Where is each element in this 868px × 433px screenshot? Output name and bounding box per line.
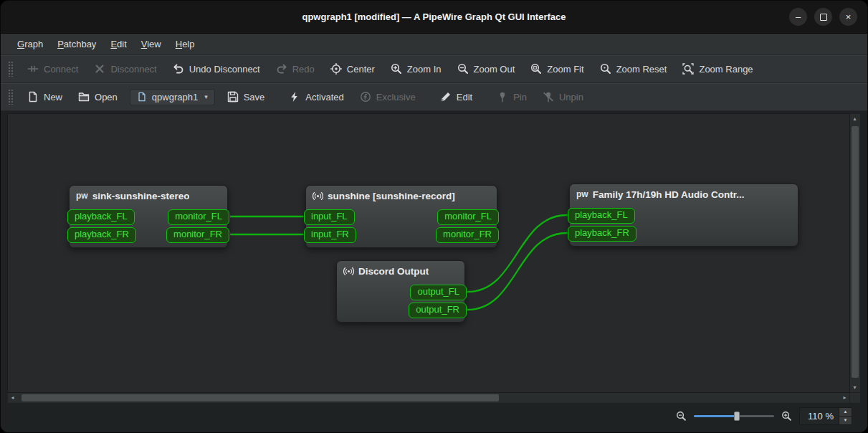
exclusive-button[interactable]: Exclusive <box>352 87 424 106</box>
open-label: Open <box>95 92 118 103</box>
edit-pencil-icon <box>440 91 452 103</box>
menu-patchbay[interactable]: Patchbay <box>51 36 102 52</box>
new-label: New <box>44 92 62 103</box>
zoom-decrease-button[interactable]: ▼ <box>839 417 852 424</box>
zoom-reset-label: Zoom Reset <box>616 64 667 75</box>
port-monitor-fl[interactable]: monitor_FL <box>437 209 499 225</box>
caret-down-icon: ▾ <box>204 93 208 100</box>
zoom-range-label: Zoom Range <box>699 64 753 75</box>
connection-wires <box>8 114 849 392</box>
vertical-scrollbar[interactable]: ▴ ▾ <box>850 113 861 393</box>
unpin-label: Unpin <box>559 92 583 103</box>
redo-icon <box>276 63 287 75</box>
menubar: Graph Patchbay Edit View Help <box>1 34 867 55</box>
center-label: Center <box>347 64 375 75</box>
zoom-slider-min-icon <box>676 411 687 422</box>
window-controls: – × <box>789 1 857 33</box>
vertical-scroll-track[interactable] <box>850 123 860 383</box>
node-sunshine-record[interactable]: sunshine [sunshine-record] input_FL inpu… <box>305 185 497 248</box>
scroll-up-button[interactable]: ▴ <box>850 114 859 123</box>
horizontal-scroll-thumb[interactable] <box>22 394 499 401</box>
left-arrow-icon: ◂ <box>11 395 14 401</box>
zoom-out-button[interactable]: Zoom Out <box>449 60 523 78</box>
save-icon <box>227 91 239 103</box>
undo-disconnect-label: Undo Disconnect <box>189 64 260 75</box>
connect-button[interactable]: Connect <box>19 60 86 78</box>
zoom-spin-buttons: ▲ ▼ <box>839 408 852 424</box>
open-folder-icon <box>78 91 90 103</box>
zoom-reset-icon <box>600 63 611 75</box>
menu-graph[interactable]: Graph <box>11 36 49 52</box>
menu-view[interactable]: View <box>135 36 168 52</box>
zoom-increase-button[interactable]: ▲ <box>839 408 852 417</box>
maximize-icon <box>820 14 827 21</box>
statusbar: 110 % ▲ ▼ <box>7 404 861 428</box>
zoom-in-button[interactable]: Zoom In <box>383 60 449 78</box>
port-output-fl[interactable]: output_FL <box>410 285 467 300</box>
spin-up-icon: ▲ <box>844 409 848 414</box>
zoom-range-button[interactable]: Zoom Range <box>674 60 760 78</box>
port-monitor-fr[interactable]: monitor_FR <box>436 227 499 243</box>
port-playback-fl[interactable]: playback_FL <box>568 208 635 224</box>
pipewire-icon: pw <box>576 189 588 199</box>
port-playback-fr[interactable]: playback_FR <box>67 227 136 243</box>
node-header: pw sink-sunshine-stereo <box>70 186 227 206</box>
session-file-icon <box>137 92 147 102</box>
zoom-slider[interactable] <box>694 411 774 421</box>
toolbar-drag-handle[interactable] <box>8 89 14 105</box>
port-playback-fl[interactable]: playback_FL <box>67 209 135 225</box>
node-header: pw Family 17h/19h HD Audio Contr... <box>570 184 798 204</box>
zoom-spinbox[interactable]: 110 % ▲ ▼ <box>799 407 852 425</box>
unpin-button[interactable]: Unpin <box>535 87 591 106</box>
center-button[interactable]: Center <box>323 60 383 78</box>
zoom-fit-button[interactable]: Zoom Fit <box>523 60 591 78</box>
horizontal-scrollbar[interactable]: ◂ ▸ <box>7 393 850 404</box>
disconnect-button[interactable]: Disconnect <box>86 60 164 78</box>
new-file-icon <box>27 91 39 103</box>
scroll-down-button[interactable]: ▾ <box>850 383 859 392</box>
port-input-fr[interactable]: input_FR <box>304 227 356 243</box>
zoom-reset-button[interactable]: Zoom Reset <box>592 60 675 78</box>
close-button[interactable]: × <box>839 8 857 26</box>
port-monitor-fl[interactable]: monitor_FL <box>168 209 229 225</box>
node-sink-sunshine-stereo[interactable]: pw sink-sunshine-stereo playback_FL play… <box>69 185 228 248</box>
redo-button[interactable]: Redo <box>268 60 323 78</box>
port-input-fl[interactable]: input_FL <box>304 209 355 225</box>
session-selector[interactable]: qpwgraph1 ▾ <box>130 89 215 105</box>
zoom-fit-label: Zoom Fit <box>547 64 583 75</box>
open-button[interactable]: Open <box>70 87 125 106</box>
pipewire-icon: pw <box>76 191 88 201</box>
zoom-slider-handle[interactable] <box>734 411 740 421</box>
zoom-range-icon <box>682 63 694 75</box>
edit-toolbar: Connect Disconnect Undo Disconnect Redo … <box>1 55 867 83</box>
pin-button[interactable]: Pin <box>489 87 535 106</box>
node-family-hd-audio[interactable]: pw Family 17h/19h HD Audio Contr... play… <box>569 184 798 247</box>
menu-edit[interactable]: Edit <box>104 36 133 52</box>
node-title: sunshine [sunshine-record] <box>328 191 455 201</box>
titlebar[interactable]: qpwgraph1 [modified] — A PipeWire Graph … <box>1 1 867 34</box>
graph-canvas[interactable]: pw sink-sunshine-stereo playback_FL play… <box>7 113 850 393</box>
scroll-left-button[interactable]: ◂ <box>8 393 17 402</box>
save-label: Save <box>244 92 265 103</box>
port-playback-fr[interactable]: playback_FR <box>568 226 636 242</box>
scroll-right-button[interactable]: ▸ <box>840 393 849 402</box>
scrollbar-corner <box>850 393 861 404</box>
maximize-button[interactable] <box>814 8 832 26</box>
unpin-icon <box>543 91 554 103</box>
minimize-button[interactable]: – <box>789 8 807 26</box>
save-button[interactable]: Save <box>219 87 273 106</box>
port-output-fr[interactable]: output_FR <box>409 303 467 318</box>
undo-disconnect-button[interactable]: Undo Disconnect <box>165 60 268 78</box>
node-title: Family 17h/19h HD Audio Contr... <box>593 189 745 200</box>
horizontal-scroll-track[interactable] <box>17 393 840 403</box>
vertical-scroll-thumb[interactable] <box>852 126 859 378</box>
port-monitor-fr[interactable]: monitor_FR <box>166 227 229 243</box>
menu-help[interactable]: Help <box>169 36 201 52</box>
edit-button[interactable]: Edit <box>432 87 480 106</box>
new-button[interactable]: New <box>19 87 70 106</box>
close-icon: × <box>846 12 852 22</box>
activated-button[interactable]: Activated <box>281 87 351 106</box>
node-discord-output[interactable]: Discord Output output_FL output_FR <box>336 260 465 323</box>
connect-label: Connect <box>44 64 78 75</box>
toolbar-drag-handle[interactable] <box>8 61 14 77</box>
